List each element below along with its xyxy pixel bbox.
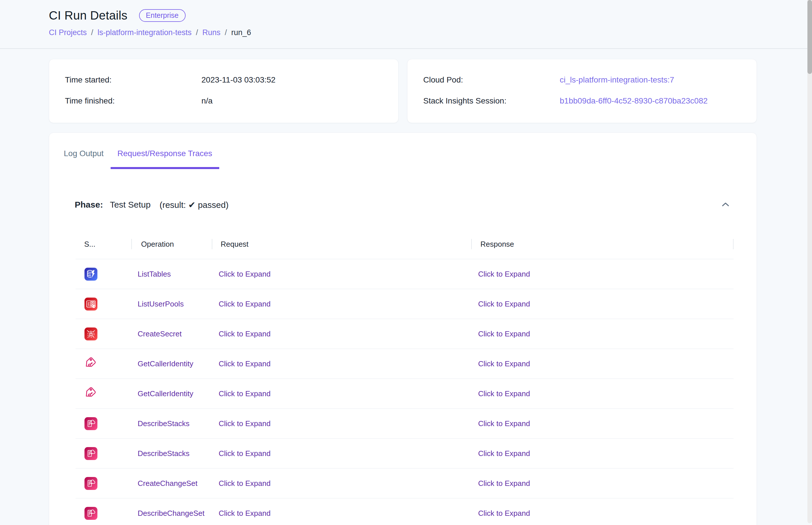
trace-rows: ListTablesClick to ExpandClick to Expand… [76,259,734,525]
time-started-value: 2023-11-03 03:03:52 [201,75,398,85]
service-cell [76,507,132,520]
request-expand-link[interactable]: Click to Expand [219,419,271,428]
request-cell: Click to Expand [212,300,472,309]
request-expand-link[interactable]: Click to Expand [219,449,271,458]
request-expand-link[interactable]: Click to Expand [219,389,271,398]
service-cell [76,328,132,341]
request-expand-link[interactable]: Click to Expand [219,509,271,518]
request-cell: Click to Expand [212,419,472,428]
response-expand-link[interactable]: Click to Expand [478,479,530,488]
breadcrumb: CI Projects/ls-platform-integration-test… [49,28,812,37]
operation-link[interactable]: CreateSecret [138,330,182,339]
tab-request-response-traces[interactable]: Request/Response Traces [111,150,219,169]
response-expand-link[interactable]: Click to Expand [478,300,530,309]
cloudformation-icon [84,417,97,430]
time-finished-value: n/a [201,96,398,106]
breadcrumb-item-ci-projects[interactable]: CI Projects [49,28,87,37]
operation-link[interactable]: DescribeStacks [138,449,190,458]
operation-cell: ListTables [132,270,212,279]
table-row: DescribeStacksClick to ExpandClick to Ex… [76,438,734,468]
collapse-phase-button[interactable] [722,202,729,208]
trace-table: S...OperationRequestResponse ListTablesC… [76,229,734,525]
phase-label: Phase: [75,200,103,210]
breadcrumb-separator: / [91,28,93,37]
response-cell: Click to Expand [472,300,734,309]
cloudformation-icon [84,507,97,520]
time-finished-label: Time finished: [65,96,201,106]
secretsmanager-icon [84,328,97,341]
operation-link[interactable]: DescribeChangeSet [138,509,205,518]
sts-icon [83,356,98,371]
phase-name: Test Setup [110,200,151,210]
time-started-label: Time started: [65,75,201,85]
cognito-icon [84,298,97,311]
response-cell: Click to Expand [472,509,734,518]
info-cards: Time started: 2023-11-03 03:03:52 Time f… [49,59,757,123]
operation-link[interactable]: GetCallerIdentity [138,359,193,368]
request-cell: Click to Expand [212,330,472,339]
response-cell: Click to Expand [472,270,734,279]
page-title: CI Run Details [49,9,128,22]
response-expand-link[interactable]: Click to Expand [478,419,530,428]
response-expand-link[interactable]: Click to Expand [478,330,530,339]
traces-card: Log OutputRequest/Response Traces Phase:… [49,133,757,525]
request-cell: Click to Expand [212,449,472,458]
phase-accordion-header[interactable]: Phase: Test Setup (result: ✔ passed) [49,199,756,210]
response-cell: Click to Expand [472,389,734,398]
column-header-operation[interactable]: Operation [132,229,212,259]
table-row: DescribeStacksClick to ExpandClick to Ex… [76,408,734,438]
time-finished-row: Time finished: n/a [65,96,398,106]
column-header-response[interactable]: Response [472,229,734,259]
operation-cell: ListUserPools [132,300,212,309]
scrollbar-thumb[interactable] [808,0,812,74]
table-row: DescribeChangeSetClick to ExpandClick to… [76,498,734,525]
service-cell [76,386,132,401]
cloudformation-icon [84,447,97,460]
breadcrumb-separator: / [225,28,227,37]
request-expand-link[interactable]: Click to Expand [219,300,271,309]
service-cell [76,417,132,430]
service-cell [76,477,132,490]
stack-insights-row: Stack Insights Session: b1bb09da-6ff0-4c… [423,96,756,106]
operation-cell: GetCallerIdentity [132,359,212,368]
response-expand-link[interactable]: Click to Expand [478,509,530,518]
operation-link[interactable]: ListTables [138,270,171,279]
request-cell: Click to Expand [212,479,472,488]
column-header-s[interactable]: S... [76,229,132,259]
cloud-pod-label: Cloud Pod: [423,75,560,85]
request-expand-link[interactable]: Click to Expand [219,330,271,339]
page-header: CI Run Details Enterprise CI Projects/ls… [0,0,812,49]
request-expand-link[interactable]: Click to Expand [219,479,271,488]
response-expand-link[interactable]: Click to Expand [478,270,530,279]
request-expand-link[interactable]: Click to Expand [219,359,271,368]
operation-cell: DescribeStacks [132,419,212,428]
tab-log-output[interactable]: Log Output [57,150,111,169]
scrollbar-track[interactable] [808,0,812,523]
stack-insights-session-link[interactable]: b1bb09da-6ff0-4c52-8930-c870ba23c082 [560,96,756,106]
phase-result: (result: ✔ passed) [159,200,229,210]
cloud-card: Cloud Pod: ci_ls-platform-integration-te… [407,59,757,123]
service-cell [76,298,132,311]
column-header-request[interactable]: Request [212,229,472,259]
response-expand-link[interactable]: Click to Expand [478,359,530,368]
breadcrumb-item-runs[interactable]: Runs [202,28,220,37]
service-cell [76,356,132,371]
response-expand-link[interactable]: Click to Expand [478,389,530,398]
operation-cell: GetCallerIdentity [132,389,212,398]
response-expand-link[interactable]: Click to Expand [478,449,530,458]
cloud-pod-link[interactable]: ci_ls-platform-integration-tests:7 [560,75,756,85]
operation-link[interactable]: ListUserPools [138,300,184,309]
breadcrumb-separator: / [196,28,198,37]
table-row: ListUserPoolsClick to ExpandClick to Exp… [76,289,734,318]
service-cell [76,447,132,460]
operation-link[interactable]: CreateChangeSet [138,479,198,488]
service-cell [76,268,132,281]
operation-link[interactable]: GetCallerIdentity [138,389,193,398]
operation-link[interactable]: DescribeStacks [138,419,190,428]
operation-cell: DescribeStacks [132,449,212,458]
breadcrumb-item-ls-platform-integration-tests[interactable]: ls-platform-integration-tests [98,28,192,37]
request-cell: Click to Expand [212,359,472,368]
table-row: CreateSecretClick to ExpandClick to Expa… [76,318,734,348]
request-expand-link[interactable]: Click to Expand [219,270,271,279]
sts-icon [83,386,98,401]
